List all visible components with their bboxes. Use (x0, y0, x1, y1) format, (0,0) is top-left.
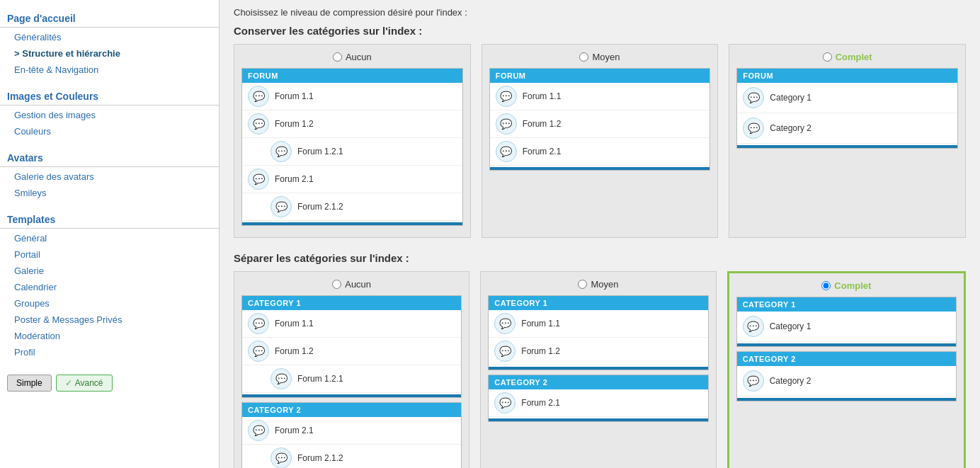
forum-item-indented: 💬 Forum 1.2.1 (242, 365, 461, 393)
section1-moyen-radio-label[interactable]: Moyen (489, 52, 711, 62)
forum-21-label: Forum 2.1 (523, 147, 562, 156)
forum-icon: 💬 (494, 313, 515, 334)
section1-complet-radio-label[interactable]: Complet (736, 52, 958, 62)
section1-aucun-radio-label[interactable]: Aucun (241, 52, 463, 62)
section2-complet-label: Complet (834, 280, 871, 291)
sidebar-link-general[interactable]: Général (0, 230, 219, 246)
section2-panel-row: Aucun CATEGORY 1 💬 Forum 1.1 💬 Forum 1.2… (234, 271, 966, 468)
forum-item: 💬 Forum 1.1 (489, 310, 707, 338)
forum-item: 💬 Forum 2.1 (489, 389, 707, 417)
sidebar-link-entete[interactable]: En-tête & Navigation (0, 62, 219, 78)
sidebar-link-structure[interactable]: Structure et hiérarchie (0, 45, 219, 62)
forum-21-label: Forum 2.1 (275, 174, 314, 184)
section2-aucun-radio-label[interactable]: Aucun (241, 279, 462, 290)
section2-moyen-radio[interactable] (578, 280, 587, 289)
forum-icon: 💬 (494, 341, 515, 362)
sidebar-link-portail[interactable]: Portail (0, 246, 219, 263)
forum-121-label: Forum 1.2.1 (297, 147, 343, 156)
section2-moyen-radio-label[interactable]: Moyen (488, 279, 708, 290)
forum-bottom-bar (490, 167, 710, 170)
section1-aucun-radio[interactable] (333, 52, 342, 62)
forum-item: 💬 Forum 1.2 (490, 110, 710, 138)
category-item: 💬 Category 1 (737, 83, 957, 113)
sidebar-section-templates: Templates (0, 208, 219, 229)
forum-icon: 💬 (248, 420, 269, 441)
category-icon: 💬 (743, 316, 764, 337)
section1-aucun-forum-box: FORUM 💬 Forum 1.1 💬 Forum 1.2 💬 Forum 1.… (241, 68, 463, 226)
sidebar-link-calendrier[interactable]: Calendrier (0, 279, 219, 295)
forum-icon: 💬 (270, 196, 292, 217)
forum-header-complet: FORUM (737, 69, 957, 83)
sidebar-link-galerie-avatars[interactable]: Galerie des avatars (0, 169, 219, 185)
forum-item: 💬 Forum 1.1 (242, 310, 461, 338)
sidebar-link-groupes[interactable]: Groupes (0, 295, 219, 312)
intro-text: Choisissez le niveau de compression dési… (234, 7, 966, 18)
section2-aucun-radio[interactable] (332, 280, 341, 289)
category2-label: Category 2 (770, 123, 811, 133)
category-icon: 💬 (743, 118, 764, 139)
section2-complet-cat1-box: CATEGORY 1 💬 Category 1 (736, 297, 957, 347)
forum-item: 💬 Forum 1.1 (490, 83, 710, 110)
section2-complet-cat2-box: CATEGORY 2 💬 Category 2 (736, 351, 957, 401)
category1-header-moyen: CATEGORY 1 (489, 296, 707, 310)
forum-item: 💬 Forum 2.1 (490, 138, 710, 166)
forum-icon: 💬 (270, 141, 292, 162)
forum-item-indented: 💬 Forum 2.1.2 (242, 193, 462, 221)
category2-header-aucun: CATEGORY 2 (242, 403, 461, 417)
sidebar-link-smileys[interactable]: Smileys (0, 185, 219, 201)
category-item: 💬 Category 2 (737, 113, 957, 144)
category2-header-moyen: CATEGORY 2 (489, 375, 707, 389)
sidebar-link-generalites[interactable]: Généralités (0, 29, 219, 45)
section2-moyen-cat1-box: CATEGORY 1 💬 Forum 1.1 💬 Forum 1.2 (488, 295, 708, 370)
forum-icon: 💬 (248, 113, 269, 135)
forum-header-aucun: FORUM (242, 69, 462, 83)
simple-button[interactable]: Simple (7, 375, 52, 392)
forum-212-label: Forum 2.1.2 (297, 202, 343, 212)
section1-moyen-radio[interactable] (579, 52, 588, 62)
section1-aucun-panel: Aucun FORUM 💬 Forum 1.1 💬 Forum 1.2 💬 Fo… (234, 44, 471, 238)
sidebar-link-galerie[interactable]: Galerie (0, 263, 219, 279)
sidebar-link-profil[interactable]: Profil (0, 344, 219, 360)
section1-moyen-label: Moyen (592, 52, 620, 62)
forum-bottom-bar (242, 222, 462, 225)
section1-aucun-label: Aucun (346, 52, 372, 62)
section2-moyen-panel: Moyen CATEGORY 1 💬 Forum 1.1 💬 Forum 1.2… (480, 271, 716, 468)
forum-item: 💬 Forum 2.1 (242, 417, 461, 445)
forum-item: 💬 Forum 1.1 (242, 83, 462, 110)
forum-icon: 💬 (248, 341, 269, 362)
forum-header-moyen: FORUM (490, 69, 710, 83)
category1-header-complet: CATEGORY 1 (737, 297, 956, 312)
sidebar-link-gestion-images[interactable]: Gestion des images (0, 107, 219, 123)
avance-button[interactable]: Avancé (56, 375, 113, 392)
section2-moyen-cat2-box: CATEGORY 2 💬 Forum 2.1 (488, 375, 708, 422)
section1-panel-row: Aucun FORUM 💬 Forum 1.1 💬 Forum 1.2 💬 Fo… (234, 44, 966, 238)
forum-11-label: Forum 1.1 (523, 91, 562, 101)
forum-item-indented: 💬 Forum 1.2.1 (242, 138, 462, 166)
section1-complet-radio[interactable] (823, 52, 832, 62)
sidebar-buttons: Simple Avancé (0, 367, 219, 399)
section1-title: Conserver les catégories sur l'index : (234, 25, 966, 37)
forum-icon: 💬 (494, 392, 515, 413)
forum-item: 💬 Forum 1.2 (242, 338, 461, 365)
section2-aucun-panel: Aucun CATEGORY 1 💬 Forum 1.1 💬 Forum 1.2… (234, 271, 469, 468)
forum-icon: 💬 (270, 368, 292, 389)
main-content: Choisissez le niveau de compression dési… (220, 0, 980, 468)
forum-icon: 💬 (496, 141, 517, 162)
forum-bottom-bar (737, 343, 956, 346)
section2-complet-panel: Complet CATEGORY 1 💬 Category 1 CATEGORY… (727, 271, 966, 468)
section2-complet-radio-label[interactable]: Complet (736, 280, 957, 291)
forum-bottom-bar (489, 367, 707, 370)
category1-complet-label: Category 1 (770, 321, 811, 331)
sidebar-link-couleurs[interactable]: Couleurs (0, 123, 219, 139)
sidebar-link-moderation[interactable]: Modération (0, 328, 219, 344)
sidebar: Page d'accueil Généralités Structure et … (0, 0, 220, 468)
category-icon: 💬 (743, 370, 764, 392)
sidebar-section-avatars: Avatars (0, 147, 219, 167)
forum-item-indented: 💬 Forum 2.1.2 (242, 445, 461, 468)
sidebar-link-poster[interactable]: Poster & Messages Privés (0, 312, 219, 328)
sidebar-section-page-accueil: Page d'accueil (0, 7, 219, 28)
section2-title: Séparer les catégories sur l'index : (234, 252, 966, 264)
forum-icon: 💬 (496, 86, 517, 107)
section1-moyen-panel: Moyen FORUM 💬 Forum 1.1 💬 Forum 1.2 💬 Fo… (482, 44, 719, 238)
section2-complet-radio[interactable] (821, 281, 831, 290)
